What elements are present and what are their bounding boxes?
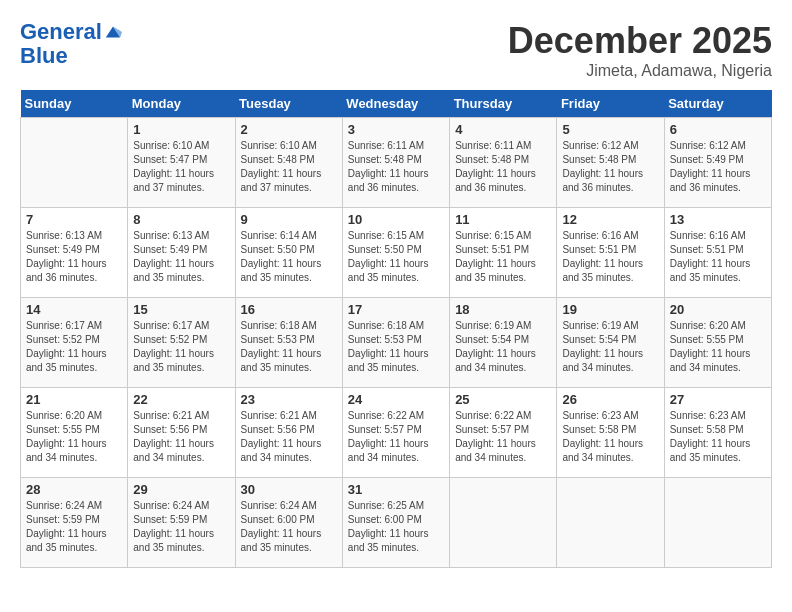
day-info: Sunrise: 6:21 AMSunset: 5:56 PMDaylight:… [133,409,229,465]
calendar-cell: 13Sunrise: 6:16 AMSunset: 5:51 PMDayligh… [664,208,771,298]
month-title: December 2025 [508,20,772,62]
day-info: Sunrise: 6:22 AMSunset: 5:57 PMDaylight:… [348,409,444,465]
calendar-cell [21,118,128,208]
calendar-cell: 8Sunrise: 6:13 AMSunset: 5:49 PMDaylight… [128,208,235,298]
weekday-header-monday: Monday [128,90,235,118]
location: Jimeta, Adamawa, Nigeria [508,62,772,80]
logo-icon [104,23,122,41]
day-info: Sunrise: 6:24 AMSunset: 5:59 PMDaylight:… [26,499,122,555]
week-row-4: 21Sunrise: 6:20 AMSunset: 5:55 PMDayligh… [21,388,772,478]
day-info: Sunrise: 6:24 AMSunset: 6:00 PMDaylight:… [241,499,337,555]
day-number: 12 [562,212,658,227]
day-number: 17 [348,302,444,317]
day-info: Sunrise: 6:23 AMSunset: 5:58 PMDaylight:… [562,409,658,465]
calendar-cell: 23Sunrise: 6:21 AMSunset: 5:56 PMDayligh… [235,388,342,478]
day-number: 4 [455,122,551,137]
week-row-5: 28Sunrise: 6:24 AMSunset: 5:59 PMDayligh… [21,478,772,568]
day-info: Sunrise: 6:12 AMSunset: 5:48 PMDaylight:… [562,139,658,195]
day-number: 19 [562,302,658,317]
logo-text: General [20,20,102,44]
calendar-cell: 22Sunrise: 6:21 AMSunset: 5:56 PMDayligh… [128,388,235,478]
day-info: Sunrise: 6:11 AMSunset: 5:48 PMDaylight:… [455,139,551,195]
day-info: Sunrise: 6:14 AMSunset: 5:50 PMDaylight:… [241,229,337,285]
calendar-cell: 25Sunrise: 6:22 AMSunset: 5:57 PMDayligh… [450,388,557,478]
title-block: December 2025 Jimeta, Adamawa, Nigeria [508,20,772,80]
day-number: 20 [670,302,766,317]
day-number: 14 [26,302,122,317]
day-info: Sunrise: 6:23 AMSunset: 5:58 PMDaylight:… [670,409,766,465]
day-number: 16 [241,302,337,317]
day-number: 8 [133,212,229,227]
weekday-header-wednesday: Wednesday [342,90,449,118]
day-number: 26 [562,392,658,407]
calendar-cell: 10Sunrise: 6:15 AMSunset: 5:50 PMDayligh… [342,208,449,298]
day-info: Sunrise: 6:17 AMSunset: 5:52 PMDaylight:… [26,319,122,375]
day-info: Sunrise: 6:12 AMSunset: 5:49 PMDaylight:… [670,139,766,195]
calendar-cell: 12Sunrise: 6:16 AMSunset: 5:51 PMDayligh… [557,208,664,298]
calendar-cell: 31Sunrise: 6:25 AMSunset: 6:00 PMDayligh… [342,478,449,568]
calendar-cell: 5Sunrise: 6:12 AMSunset: 5:48 PMDaylight… [557,118,664,208]
day-info: Sunrise: 6:17 AMSunset: 5:52 PMDaylight:… [133,319,229,375]
calendar-cell: 24Sunrise: 6:22 AMSunset: 5:57 PMDayligh… [342,388,449,478]
calendar-table: SundayMondayTuesdayWednesdayThursdayFrid… [20,90,772,568]
week-row-3: 14Sunrise: 6:17 AMSunset: 5:52 PMDayligh… [21,298,772,388]
calendar-cell: 6Sunrise: 6:12 AMSunset: 5:49 PMDaylight… [664,118,771,208]
calendar-cell: 15Sunrise: 6:17 AMSunset: 5:52 PMDayligh… [128,298,235,388]
calendar-cell: 4Sunrise: 6:11 AMSunset: 5:48 PMDaylight… [450,118,557,208]
day-info: Sunrise: 6:16 AMSunset: 5:51 PMDaylight:… [670,229,766,285]
weekday-header-sunday: Sunday [21,90,128,118]
day-number: 25 [455,392,551,407]
calendar-cell: 14Sunrise: 6:17 AMSunset: 5:52 PMDayligh… [21,298,128,388]
day-number: 21 [26,392,122,407]
day-number: 1 [133,122,229,137]
day-number: 11 [455,212,551,227]
day-info: Sunrise: 6:22 AMSunset: 5:57 PMDaylight:… [455,409,551,465]
day-number: 18 [455,302,551,317]
day-number: 7 [26,212,122,227]
calendar-cell: 16Sunrise: 6:18 AMSunset: 5:53 PMDayligh… [235,298,342,388]
day-info: Sunrise: 6:10 AMSunset: 5:47 PMDaylight:… [133,139,229,195]
calendar-cell: 11Sunrise: 6:15 AMSunset: 5:51 PMDayligh… [450,208,557,298]
week-row-1: 1Sunrise: 6:10 AMSunset: 5:47 PMDaylight… [21,118,772,208]
day-info: Sunrise: 6:16 AMSunset: 5:51 PMDaylight:… [562,229,658,285]
day-info: Sunrise: 6:19 AMSunset: 5:54 PMDaylight:… [562,319,658,375]
week-row-2: 7Sunrise: 6:13 AMSunset: 5:49 PMDaylight… [21,208,772,298]
calendar-cell: 2Sunrise: 6:10 AMSunset: 5:48 PMDaylight… [235,118,342,208]
day-number: 29 [133,482,229,497]
calendar-cell [450,478,557,568]
day-number: 6 [670,122,766,137]
weekday-header-saturday: Saturday [664,90,771,118]
day-number: 24 [348,392,444,407]
day-info: Sunrise: 6:15 AMSunset: 5:50 PMDaylight:… [348,229,444,285]
day-number: 23 [241,392,337,407]
day-info: Sunrise: 6:11 AMSunset: 5:48 PMDaylight:… [348,139,444,195]
calendar-cell [557,478,664,568]
calendar-cell: 7Sunrise: 6:13 AMSunset: 5:49 PMDaylight… [21,208,128,298]
day-info: Sunrise: 6:24 AMSunset: 5:59 PMDaylight:… [133,499,229,555]
weekday-header-row: SundayMondayTuesdayWednesdayThursdayFrid… [21,90,772,118]
day-info: Sunrise: 6:18 AMSunset: 5:53 PMDaylight:… [348,319,444,375]
logo: General Blue [20,20,122,68]
day-number: 30 [241,482,337,497]
day-info: Sunrise: 6:21 AMSunset: 5:56 PMDaylight:… [241,409,337,465]
calendar-cell: 9Sunrise: 6:14 AMSunset: 5:50 PMDaylight… [235,208,342,298]
calendar-cell: 28Sunrise: 6:24 AMSunset: 5:59 PMDayligh… [21,478,128,568]
day-info: Sunrise: 6:18 AMSunset: 5:53 PMDaylight:… [241,319,337,375]
weekday-header-friday: Friday [557,90,664,118]
day-info: Sunrise: 6:20 AMSunset: 5:55 PMDaylight:… [670,319,766,375]
calendar-cell: 20Sunrise: 6:20 AMSunset: 5:55 PMDayligh… [664,298,771,388]
day-number: 28 [26,482,122,497]
day-number: 9 [241,212,337,227]
day-info: Sunrise: 6:10 AMSunset: 5:48 PMDaylight:… [241,139,337,195]
day-number: 31 [348,482,444,497]
calendar-cell: 1Sunrise: 6:10 AMSunset: 5:47 PMDaylight… [128,118,235,208]
calendar-cell: 17Sunrise: 6:18 AMSunset: 5:53 PMDayligh… [342,298,449,388]
calendar-cell: 29Sunrise: 6:24 AMSunset: 5:59 PMDayligh… [128,478,235,568]
day-number: 27 [670,392,766,407]
day-info: Sunrise: 6:13 AMSunset: 5:49 PMDaylight:… [26,229,122,285]
day-info: Sunrise: 6:20 AMSunset: 5:55 PMDaylight:… [26,409,122,465]
day-number: 10 [348,212,444,227]
day-info: Sunrise: 6:19 AMSunset: 5:54 PMDaylight:… [455,319,551,375]
calendar-cell: 30Sunrise: 6:24 AMSunset: 6:00 PMDayligh… [235,478,342,568]
day-number: 22 [133,392,229,407]
